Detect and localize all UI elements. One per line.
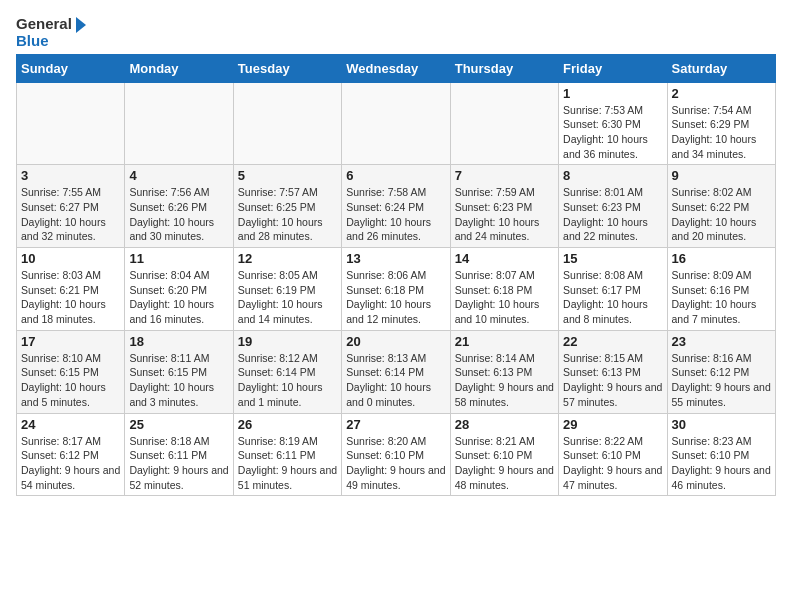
weekday-header-sunday: Sunday xyxy=(17,54,125,82)
day-number: 6 xyxy=(346,168,445,183)
day-number: 19 xyxy=(238,334,337,349)
calendar-cell: 24Sunrise: 8:17 AM Sunset: 6:12 PM Dayli… xyxy=(17,413,125,496)
calendar-week-row: 3Sunrise: 7:55 AM Sunset: 6:27 PM Daylig… xyxy=(17,165,776,248)
day-number: 4 xyxy=(129,168,228,183)
calendar-cell: 14Sunrise: 8:07 AM Sunset: 6:18 PM Dayli… xyxy=(450,248,558,331)
day-number: 10 xyxy=(21,251,120,266)
day-info: Sunrise: 8:20 AM Sunset: 6:10 PM Dayligh… xyxy=(346,434,445,493)
logo-general: General xyxy=(16,16,86,33)
day-number: 16 xyxy=(672,251,771,266)
calendar-week-row: 10Sunrise: 8:03 AM Sunset: 6:21 PM Dayli… xyxy=(17,248,776,331)
day-info: Sunrise: 8:03 AM Sunset: 6:21 PM Dayligh… xyxy=(21,268,120,327)
weekday-header-saturday: Saturday xyxy=(667,54,775,82)
day-info: Sunrise: 8:02 AM Sunset: 6:22 PM Dayligh… xyxy=(672,185,771,244)
day-number: 5 xyxy=(238,168,337,183)
day-number: 15 xyxy=(563,251,662,266)
calendar-cell xyxy=(233,82,341,165)
calendar-cell: 26Sunrise: 8:19 AM Sunset: 6:11 PM Dayli… xyxy=(233,413,341,496)
calendar-cell: 8Sunrise: 8:01 AM Sunset: 6:23 PM Daylig… xyxy=(559,165,667,248)
calendar-cell: 15Sunrise: 8:08 AM Sunset: 6:17 PM Dayli… xyxy=(559,248,667,331)
day-number: 23 xyxy=(672,334,771,349)
day-info: Sunrise: 8:18 AM Sunset: 6:11 PM Dayligh… xyxy=(129,434,228,493)
day-info: Sunrise: 7:54 AM Sunset: 6:29 PM Dayligh… xyxy=(672,103,771,162)
calendar-cell xyxy=(450,82,558,165)
calendar-cell: 10Sunrise: 8:03 AM Sunset: 6:21 PM Dayli… xyxy=(17,248,125,331)
day-number: 26 xyxy=(238,417,337,432)
logo: General Blue xyxy=(16,16,86,50)
day-info: Sunrise: 7:59 AM Sunset: 6:23 PM Dayligh… xyxy=(455,185,554,244)
day-number: 12 xyxy=(238,251,337,266)
calendar-table: SundayMondayTuesdayWednesdayThursdayFrid… xyxy=(16,54,776,497)
calendar-cell xyxy=(342,82,450,165)
calendar-cell: 2Sunrise: 7:54 AM Sunset: 6:29 PM Daylig… xyxy=(667,82,775,165)
day-info: Sunrise: 7:56 AM Sunset: 6:26 PM Dayligh… xyxy=(129,185,228,244)
day-number: 29 xyxy=(563,417,662,432)
day-number: 20 xyxy=(346,334,445,349)
calendar-week-row: 1Sunrise: 7:53 AM Sunset: 6:30 PM Daylig… xyxy=(17,82,776,165)
day-info: Sunrise: 8:04 AM Sunset: 6:20 PM Dayligh… xyxy=(129,268,228,327)
calendar-cell: 22Sunrise: 8:15 AM Sunset: 6:13 PM Dayli… xyxy=(559,330,667,413)
day-info: Sunrise: 8:01 AM Sunset: 6:23 PM Dayligh… xyxy=(563,185,662,244)
day-info: Sunrise: 8:17 AM Sunset: 6:12 PM Dayligh… xyxy=(21,434,120,493)
day-info: Sunrise: 8:11 AM Sunset: 6:15 PM Dayligh… xyxy=(129,351,228,410)
day-number: 22 xyxy=(563,334,662,349)
calendar-cell: 16Sunrise: 8:09 AM Sunset: 6:16 PM Dayli… xyxy=(667,248,775,331)
day-info: Sunrise: 8:12 AM Sunset: 6:14 PM Dayligh… xyxy=(238,351,337,410)
logo-blue: Blue xyxy=(16,33,49,50)
day-info: Sunrise: 8:23 AM Sunset: 6:10 PM Dayligh… xyxy=(672,434,771,493)
day-number: 30 xyxy=(672,417,771,432)
calendar-week-row: 17Sunrise: 8:10 AM Sunset: 6:15 PM Dayli… xyxy=(17,330,776,413)
day-info: Sunrise: 8:05 AM Sunset: 6:19 PM Dayligh… xyxy=(238,268,337,327)
calendar-cell: 7Sunrise: 7:59 AM Sunset: 6:23 PM Daylig… xyxy=(450,165,558,248)
page-header: General Blue xyxy=(16,16,776,50)
day-info: Sunrise: 8:13 AM Sunset: 6:14 PM Dayligh… xyxy=(346,351,445,410)
weekday-header-thursday: Thursday xyxy=(450,54,558,82)
day-number: 24 xyxy=(21,417,120,432)
day-number: 1 xyxy=(563,86,662,101)
day-info: Sunrise: 7:57 AM Sunset: 6:25 PM Dayligh… xyxy=(238,185,337,244)
weekday-header-tuesday: Tuesday xyxy=(233,54,341,82)
calendar-cell: 5Sunrise: 7:57 AM Sunset: 6:25 PM Daylig… xyxy=(233,165,341,248)
day-number: 14 xyxy=(455,251,554,266)
weekday-header-monday: Monday xyxy=(125,54,233,82)
calendar-cell xyxy=(17,82,125,165)
day-info: Sunrise: 7:55 AM Sunset: 6:27 PM Dayligh… xyxy=(21,185,120,244)
day-info: Sunrise: 8:06 AM Sunset: 6:18 PM Dayligh… xyxy=(346,268,445,327)
calendar-cell: 9Sunrise: 8:02 AM Sunset: 6:22 PM Daylig… xyxy=(667,165,775,248)
weekday-header-friday: Friday xyxy=(559,54,667,82)
day-info: Sunrise: 8:09 AM Sunset: 6:16 PM Dayligh… xyxy=(672,268,771,327)
day-info: Sunrise: 8:08 AM Sunset: 6:17 PM Dayligh… xyxy=(563,268,662,327)
day-number: 17 xyxy=(21,334,120,349)
day-number: 11 xyxy=(129,251,228,266)
day-number: 9 xyxy=(672,168,771,183)
day-info: Sunrise: 8:21 AM Sunset: 6:10 PM Dayligh… xyxy=(455,434,554,493)
day-number: 13 xyxy=(346,251,445,266)
logo-arrow-icon xyxy=(76,17,86,33)
calendar-cell: 12Sunrise: 8:05 AM Sunset: 6:19 PM Dayli… xyxy=(233,248,341,331)
calendar-cell: 1Sunrise: 7:53 AM Sunset: 6:30 PM Daylig… xyxy=(559,82,667,165)
day-number: 28 xyxy=(455,417,554,432)
calendar-cell: 18Sunrise: 8:11 AM Sunset: 6:15 PM Dayli… xyxy=(125,330,233,413)
day-info: Sunrise: 7:53 AM Sunset: 6:30 PM Dayligh… xyxy=(563,103,662,162)
day-info: Sunrise: 8:14 AM Sunset: 6:13 PM Dayligh… xyxy=(455,351,554,410)
weekday-header-row: SundayMondayTuesdayWednesdayThursdayFrid… xyxy=(17,54,776,82)
day-number: 7 xyxy=(455,168,554,183)
calendar-cell: 20Sunrise: 8:13 AM Sunset: 6:14 PM Dayli… xyxy=(342,330,450,413)
calendar-cell: 27Sunrise: 8:20 AM Sunset: 6:10 PM Dayli… xyxy=(342,413,450,496)
day-info: Sunrise: 8:16 AM Sunset: 6:12 PM Dayligh… xyxy=(672,351,771,410)
calendar-week-row: 24Sunrise: 8:17 AM Sunset: 6:12 PM Dayli… xyxy=(17,413,776,496)
calendar-cell: 3Sunrise: 7:55 AM Sunset: 6:27 PM Daylig… xyxy=(17,165,125,248)
calendar-cell: 6Sunrise: 7:58 AM Sunset: 6:24 PM Daylig… xyxy=(342,165,450,248)
calendar-cell: 17Sunrise: 8:10 AM Sunset: 6:15 PM Dayli… xyxy=(17,330,125,413)
day-info: Sunrise: 8:15 AM Sunset: 6:13 PM Dayligh… xyxy=(563,351,662,410)
calendar-cell: 29Sunrise: 8:22 AM Sunset: 6:10 PM Dayli… xyxy=(559,413,667,496)
calendar-cell: 21Sunrise: 8:14 AM Sunset: 6:13 PM Dayli… xyxy=(450,330,558,413)
day-number: 25 xyxy=(129,417,228,432)
day-info: Sunrise: 8:07 AM Sunset: 6:18 PM Dayligh… xyxy=(455,268,554,327)
calendar-cell: 4Sunrise: 7:56 AM Sunset: 6:26 PM Daylig… xyxy=(125,165,233,248)
day-number: 18 xyxy=(129,334,228,349)
day-number: 21 xyxy=(455,334,554,349)
weekday-header-wednesday: Wednesday xyxy=(342,54,450,82)
calendar-cell: 13Sunrise: 8:06 AM Sunset: 6:18 PM Dayli… xyxy=(342,248,450,331)
day-info: Sunrise: 8:10 AM Sunset: 6:15 PM Dayligh… xyxy=(21,351,120,410)
